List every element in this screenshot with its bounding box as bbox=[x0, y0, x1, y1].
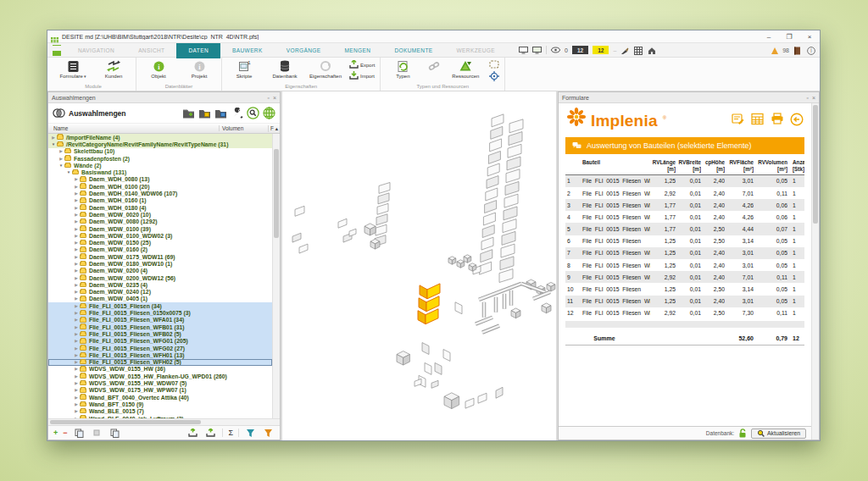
pin-icon[interactable]: ▫ bbox=[806, 95, 808, 101]
tree-item[interactable]: ▶Flie_FLI_0015_Fliesen_WFH02 (5) bbox=[48, 359, 272, 366]
column-volume[interactable]: Volumen bbox=[219, 125, 268, 131]
tree-item[interactable]: ▶WDVS_WDW_0155_HW (36) bbox=[48, 366, 272, 373]
table-view-icon[interactable] bbox=[751, 113, 764, 125]
expand-icon[interactable]: ▶ bbox=[74, 283, 79, 287]
lasso-button[interactable] bbox=[489, 60, 499, 69]
expand-icon[interactable]: ▶ bbox=[74, 325, 79, 329]
expand-icon[interactable]: ▶ bbox=[74, 247, 79, 252]
expand-icon[interactable]: ▶ bbox=[74, 276, 79, 280]
sum-sigma-icon[interactable]: Σ bbox=[228, 428, 233, 437]
tree-item[interactable]: ▶Wand_BFT_0150 (9) bbox=[48, 401, 272, 407]
forms-vertical-scrollbar[interactable] bbox=[811, 103, 819, 440]
dark-count-badge[interactable]: 12 bbox=[572, 46, 588, 54]
expand-icon[interactable]: ▶ bbox=[51, 135, 56, 140]
tree-item[interactable]: ▶WDVS_WDW_0175_HW_WPW07 (1) bbox=[48, 387, 272, 394]
filter-flag-icon[interactable] bbox=[262, 427, 275, 439]
expand-icon[interactable]: ▶ bbox=[74, 255, 79, 259]
expand-icon[interactable]: ▶ bbox=[74, 227, 79, 231]
expand-icon[interactable]: ▶ bbox=[74, 191, 79, 196]
refresh-button[interactable]: Aktualisieren bbox=[751, 428, 806, 439]
table-row[interactable]: 1Flie_FLI_0015_Fliesen_WFG011,250,012,40… bbox=[565, 175, 804, 187]
tab-mengen[interactable]: MENGEN bbox=[332, 43, 382, 57]
column-header-rvbreite[interactable]: RVBreite[m] bbox=[676, 159, 701, 173]
table-row[interactable]: 4Flie_FLI_0015_Fliesen_WFG011,770,012,40… bbox=[565, 211, 804, 223]
tree-item[interactable]: ▶Daem_WDH_0180 (4) bbox=[48, 204, 272, 211]
table-row[interactable]: 6Flie_FLI_0015_Fliesen1,250,012,503,140,… bbox=[565, 235, 804, 247]
expand-icon[interactable]: ▶ bbox=[74, 177, 79, 181]
expand-icon[interactable]: ▶ bbox=[74, 402, 79, 406]
collapse-icon[interactable]: ▼ bbox=[51, 142, 56, 147]
ressourcen-button[interactable]: Ressourcen bbox=[448, 58, 482, 79]
expand-icon[interactable]: ▶ bbox=[74, 360, 79, 364]
expand-icon[interactable]: ▶ bbox=[74, 185, 79, 189]
expand-icon[interactable]: ▶ bbox=[74, 339, 79, 343]
brush-icon[interactable] bbox=[620, 47, 630, 54]
tree-item[interactable]: ▶Daem_WDW_0180_WDW10 (1) bbox=[48, 260, 272, 267]
table-row[interactable]: 12Flie_FLI_0015_Fliesen_WFG012,920,012,5… bbox=[565, 307, 804, 319]
expand-icon[interactable]: ▶ bbox=[74, 304, 79, 308]
column-header-bauteil[interactable]: Bauteil bbox=[576, 159, 650, 173]
column-header[interactable] bbox=[565, 159, 576, 173]
target-button[interactable] bbox=[489, 71, 499, 82]
expand-icon[interactable]: ▶ bbox=[74, 213, 79, 217]
tree-item[interactable]: ▼Basiswand (131) bbox=[48, 169, 272, 175]
expand-icon[interactable]: ▶ bbox=[74, 240, 79, 245]
column-f[interactable]: F ▴ bbox=[268, 125, 280, 132]
projekt-button[interactable]: iProjekt bbox=[182, 58, 216, 79]
collapse-icon[interactable]: ▼ bbox=[58, 163, 64, 168]
column-header-anzahl[interactable]: Anzahl[Stk] bbox=[787, 159, 804, 173]
objekt-button[interactable]: iObjekt bbox=[142, 58, 175, 79]
tree-item[interactable]: ▶Daem_WDW_0240 (12) bbox=[48, 289, 272, 296]
tree-item[interactable]: ▼Wände (2) bbox=[48, 162, 272, 169]
tree-item[interactable]: ▶Flie_FLI_0015_Fliesen_WFB01 (31) bbox=[48, 323, 272, 330]
table-row[interactable]: 11Flie_FLI_0015_Fliesen_WFG011,250,012,4… bbox=[565, 296, 804, 307]
viewport-icon[interactable] bbox=[519, 47, 528, 54]
tree-item[interactable]: ▶Flie_FLI_0015_Fliesen_WFG01 (205) bbox=[48, 338, 272, 345]
tree-item[interactable]: ▶Daem_WDH_0100 (20) bbox=[48, 183, 272, 190]
close-icon[interactable]: × bbox=[812, 95, 815, 101]
expand-icon[interactable]: ▶ bbox=[74, 219, 79, 224]
tab-ansicht[interactable]: ANSICHT bbox=[126, 43, 176, 57]
table-row[interactable]: 8Flie_FLI_0015_Fliesen_WFG011,250,012,40… bbox=[565, 259, 804, 271]
folder-link-icon[interactable] bbox=[214, 108, 227, 119]
tools-wrench-icon[interactable] bbox=[231, 108, 243, 119]
main-menu-icon[interactable] bbox=[47, 43, 66, 57]
table-row[interactable]: 2Flie_FLI_0015_Fliesen_WFG012,920,012,40… bbox=[565, 187, 804, 199]
expand-icon[interactable]: ▶ bbox=[74, 206, 79, 210]
tab-werkzeuge[interactable]: WERKZEUGE bbox=[445, 43, 508, 57]
title-bar[interactable]: DESITE md [Z:\UHB\BIM\Stuttgart\2018\NTR… bbox=[47, 30, 820, 43]
tree-item[interactable]: ▶Daem_WDW_0100 (39) bbox=[48, 225, 272, 232]
print-icon[interactable] bbox=[771, 113, 783, 125]
add-folder-icon[interactable] bbox=[182, 108, 195, 119]
tree-item[interactable]: ▶Wand_BLE_0015 (7) bbox=[48, 408, 272, 415]
column-header-rvlänge[interactable]: RVLänge[m] bbox=[650, 159, 676, 173]
expand-icon[interactable]: ▶ bbox=[74, 388, 79, 392]
table-header-row[interactable]: BauteilRVLänge[m]RVBreite[m]cpHöhe[m]RVF… bbox=[565, 159, 804, 175]
tree-item[interactable]: ▶Daem_WDW_0100_WDW02 (3) bbox=[48, 232, 272, 239]
tab-bauwerk[interactable]: BAUWERK bbox=[220, 43, 275, 57]
tree-item[interactable]: ▶Daem_WDW_0235 (4) bbox=[48, 281, 272, 288]
grid-icon[interactable] bbox=[634, 47, 643, 54]
column-name[interactable]: Name bbox=[48, 125, 219, 131]
small-square-icon[interactable] bbox=[91, 427, 103, 439]
tree-item[interactable]: ▶Daem_WDW_0150 (25) bbox=[48, 239, 272, 246]
expand-icon[interactable]: ▶ bbox=[74, 262, 79, 266]
close-icon[interactable]: × bbox=[273, 95, 276, 101]
tree-item[interactable]: ▶Flie_FLI_0015_Fliesen_WFB02 (5) bbox=[48, 330, 272, 337]
tree-item[interactable]: ▶Daem_WDH_0160 (1) bbox=[48, 197, 272, 204]
tree-item[interactable]: ▶Daem_WDH_0080 (13) bbox=[48, 176, 272, 183]
typen-button[interactable]: Typen bbox=[386, 58, 420, 79]
expand-icon[interactable]: ▶ bbox=[74, 353, 79, 357]
tree-item[interactable]: ▶Daem_WDW_0160 (2) bbox=[48, 246, 272, 253]
expand-icon[interactable]: ▶ bbox=[58, 149, 64, 153]
tree-item[interactable]: ▶Daem_WDW_0020 (10) bbox=[48, 211, 272, 218]
column-header-cphöhe[interactable]: cpHöhe[m] bbox=[701, 159, 725, 173]
expand-icon[interactable]: ▶ bbox=[74, 332, 79, 336]
back-icon[interactable] bbox=[790, 113, 803, 125]
pin-icon[interactable]: ▫ bbox=[267, 95, 269, 101]
tab-dokumente[interactable]: DOKUMENTE bbox=[382, 43, 444, 57]
tree-item[interactable]: ▶Daem_WDW_0200_WDW12 (56) bbox=[48, 274, 272, 281]
table-row[interactable]: 5Flie_FLI_0015_Fliesen_WFG011,770,012,50… bbox=[565, 223, 804, 235]
tree-item[interactable]: ▼/RevitCategoryName/RevitFamilyName/Revi… bbox=[48, 141, 272, 147]
expand-icon[interactable]: ▶ bbox=[74, 381, 79, 385]
